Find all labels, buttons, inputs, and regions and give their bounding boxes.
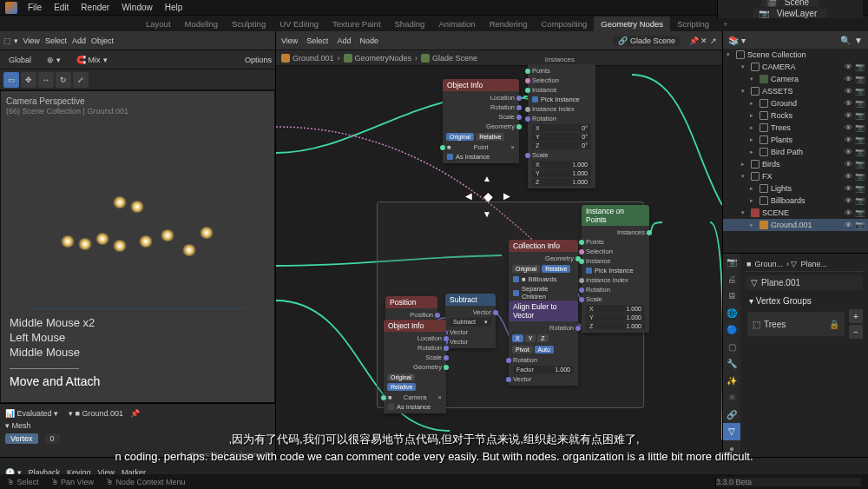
node-subtract[interactable]: Subtract Vector Subtract▾ Vector Vector bbox=[445, 294, 496, 348]
property-tabs[interactable]: 📷 🖨 🖥 🌐 🔵 ▢ 🔧 ✨ ⚛ 🔗 ▽ ● bbox=[723, 254, 740, 457]
vh-select[interactable]: Select bbox=[45, 36, 67, 45]
ws-sculpting[interactable]: Sculpting bbox=[225, 17, 273, 31]
editor-type-icon[interactable]: ⬚ ▾ bbox=[3, 36, 18, 45]
status-select: 🖱 Select bbox=[7, 478, 39, 486]
vertex-groups-section[interactable]: ▾ Vertex Groups bbox=[744, 293, 865, 309]
outliner-item[interactable]: ▾ SCENE 👁 📷 bbox=[723, 207, 868, 219]
ne-view[interactable]: View bbox=[281, 36, 298, 45]
ss-obj[interactable]: ▾ ■ Ground.001 bbox=[69, 409, 123, 418]
ws-uv[interactable]: UV Editing bbox=[273, 17, 326, 31]
outliner-mode-icon[interactable]: 📚 ▾ bbox=[728, 36, 746, 45]
outliner-item[interactable]: ▸ Lights 👁 📷 bbox=[723, 182, 868, 195]
outliner-item[interactable]: ▸ Ground.001 👁 📷 bbox=[723, 219, 868, 231]
outliner-item[interactable]: ▾ CAMERA 👁 📷 bbox=[723, 61, 868, 73]
outliner-item[interactable]: ▸ Billboards 👁 📷 bbox=[723, 195, 868, 207]
node-align-euler[interactable]: Align Euler to Vector Rotation XYZ Pivot… bbox=[509, 301, 578, 386]
ptab-particle[interactable]: ✨ bbox=[723, 373, 740, 390]
search-icon[interactable]: 🔍 bbox=[840, 36, 851, 45]
workspace-tabs[interactable]: Layout Modeling Sculpting UV Editing Tex… bbox=[0, 16, 868, 31]
node-position[interactable]: Position Position bbox=[385, 296, 437, 321]
ne-add[interactable]: Add bbox=[337, 36, 351, 45]
ss-mesh[interactable]: ▾ Mesh bbox=[5, 421, 31, 430]
mesh-name-field[interactable]: ▽ Plane.001 bbox=[746, 275, 863, 290]
ss-eval[interactable]: 📊 Evaluated ▾ bbox=[5, 409, 58, 418]
vg-add-button[interactable]: + bbox=[849, 309, 863, 323]
node-instance-bottom[interactable]: Instance on Points Instances Points Sele… bbox=[582, 205, 649, 333]
tool-scale[interactable]: ⤢ bbox=[73, 72, 89, 88]
vh-add[interactable]: Add bbox=[72, 36, 86, 45]
tool-cursor[interactable]: ✥ bbox=[21, 72, 36, 88]
ws-animation[interactable]: Animation bbox=[431, 17, 482, 31]
outliner-item[interactable]: ▸ Ground 👁 📷 bbox=[723, 97, 868, 109]
node-object-info-top[interactable]: Object Info Location Rotation Scale Geom… bbox=[443, 79, 519, 163]
outliner-item[interactable]: ▾ ASSETS 👁 📷 bbox=[723, 85, 868, 97]
ptab-object[interactable]: ▢ bbox=[723, 339, 740, 356]
output-instances-label: Instances bbox=[545, 56, 575, 63]
scene-collection[interactable]: ▾ Scene Collection bbox=[723, 49, 868, 61]
ws-rendering[interactable]: Rendering bbox=[483, 17, 535, 31]
tool-move[interactable]: ↔ bbox=[38, 72, 54, 88]
outliner-item[interactable]: ▸ Trees 👁 📷 bbox=[723, 122, 868, 134]
outliner-item[interactable]: ▾ FX 👁 📷 bbox=[723, 170, 868, 182]
menu-file[interactable]: File bbox=[23, 3, 47, 12]
ptab-modifier[interactable]: 🔧 bbox=[723, 355, 740, 373]
ws-layout[interactable]: Layout bbox=[139, 17, 178, 31]
node-editor[interactable]: View Select Add Node 🔗 Glade Scene 📌 ✕ ↗… bbox=[276, 31, 722, 457]
ptab-render[interactable]: 📷 bbox=[723, 254, 740, 271]
ws-compositing[interactable]: Compositing bbox=[535, 17, 595, 31]
menu-window[interactable]: Window bbox=[116, 3, 158, 12]
pin-icon[interactable]: 📌 bbox=[130, 409, 140, 418]
vh-view[interactable]: View bbox=[23, 36, 40, 45]
outliner-item[interactable]: ▸ Rocks 👁 📷 bbox=[723, 109, 868, 122]
node-object-info-bottom[interactable]: Object Info Location Rotation Scale Geom… bbox=[384, 320, 446, 413]
ptab-output[interactable]: 🖨 bbox=[723, 271, 740, 288]
spreadsheet-panel: 📊 Evaluated ▾ ▾ ■ Ground.001 📌 ▾ Mesh Ve… bbox=[0, 403, 275, 457]
snap-selector[interactable]: 🧲 Mix ▾ bbox=[71, 55, 113, 65]
pivot-selector[interactable]: ⊕ ▾ bbox=[42, 55, 66, 65]
outliner-item[interactable]: ▸ Bird Path 👁 📷 bbox=[723, 146, 868, 158]
tool-select-box[interactable]: ▭ bbox=[3, 72, 19, 88]
ws-geonodes[interactable]: Geometry Nodes bbox=[594, 17, 670, 31]
scene-objects bbox=[43, 188, 233, 274]
outliner-item[interactable]: ▸ Birds 👁 📷 bbox=[723, 158, 868, 170]
node-instance-top[interactable]: Points Selection Instance Pick Instance … bbox=[528, 64, 595, 188]
orientation-selector[interactable]: Global bbox=[3, 55, 36, 65]
viewlayer-selector[interactable]: 📷 ViewLayer bbox=[753, 9, 828, 18]
vg-remove-button[interactable]: − bbox=[849, 325, 863, 339]
ptab-view[interactable]: 🖥 bbox=[723, 287, 740, 305]
main-menubar[interactable]: File Edit Render Window Help 🎬 Scene 📷 V… bbox=[0, 0, 868, 16]
pin-icon[interactable]: 📌 ✕ ↗ bbox=[689, 36, 717, 45]
node-group-name[interactable]: 🔗 Glade Scene bbox=[613, 36, 681, 46]
bc-group[interactable]: Glade Scene bbox=[421, 54, 477, 63]
tool-rotate[interactable]: ↻ bbox=[56, 72, 71, 88]
ptab-physics[interactable]: ⚛ bbox=[723, 389, 740, 406]
ws-scripting[interactable]: Scripting bbox=[670, 17, 716, 31]
ne-select[interactable]: Select bbox=[306, 36, 328, 45]
outliner-item[interactable]: ▸ Plants 👁 📷 bbox=[723, 134, 868, 146]
bc-mod[interactable]: GeometryNodes bbox=[344, 54, 412, 63]
ptab-constraint[interactable]: 🔗 bbox=[723, 406, 740, 424]
ne-node[interactable]: Node bbox=[359, 36, 378, 45]
menu-help[interactable]: Help bbox=[160, 3, 188, 12]
ptab-world[interactable]: 🔵 bbox=[723, 321, 740, 339]
ptab-scene[interactable]: 🌐 bbox=[723, 305, 740, 322]
ws-add[interactable]: + bbox=[716, 17, 735, 31]
scene-selector[interactable]: 🎬 Scene bbox=[761, 0, 819, 7]
status-version: 3.3.0 Beta bbox=[715, 478, 861, 486]
bc-obj[interactable]: Ground.001 bbox=[281, 54, 334, 63]
vg-item[interactable]: ⬚ Trees 🔒 bbox=[747, 312, 845, 336]
ws-shading[interactable]: Shading bbox=[388, 17, 432, 31]
property-breadcrumb[interactable]: ■ Groun... › ▽ Plane... bbox=[744, 257, 865, 272]
vh-object[interactable]: Object bbox=[91, 36, 114, 45]
3d-viewport[interactable]: Camera Perspective (66) Scene Collection… bbox=[0, 90, 275, 403]
outliner[interactable]: ▾ Scene Collection ▾ CAMERA 👁 📷 ▾ Camera… bbox=[723, 49, 868, 253]
options-dropdown[interactable]: Options bbox=[245, 56, 272, 64]
ws-modeling[interactable]: Modeling bbox=[178, 17, 226, 31]
status-ctx: 🖱 Node Context Menu bbox=[106, 478, 186, 486]
ws-texture[interactable]: Texture Paint bbox=[326, 17, 387, 31]
menu-render[interactable]: Render bbox=[76, 3, 115, 12]
hint-divider bbox=[10, 368, 79, 369]
menu-edit[interactable]: Edit bbox=[49, 3, 74, 12]
filter-icon[interactable]: ▼ bbox=[854, 36, 863, 45]
outliner-item[interactable]: ▾ Camera 👁 📷 bbox=[723, 73, 868, 85]
